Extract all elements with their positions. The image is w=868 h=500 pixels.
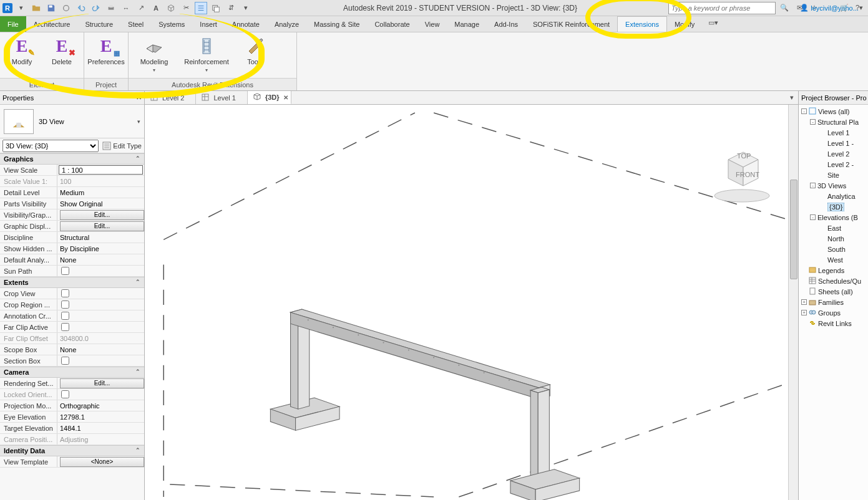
vertical-scrollbar[interactable] [788,105,798,500]
delete-button[interactable]: E✖ Delete [44,35,80,65]
edit-button[interactable]: Edit... [60,210,144,220]
prop-value[interactable]: Adjusting [57,434,144,445]
prop-value[interactable]: Show Original [57,198,144,209]
measure-icon[interactable]: ↔ [120,2,132,14]
view-cube[interactable]: FRONT TOP [711,142,773,204]
undo-icon[interactable] [75,2,87,14]
app-store-icon[interactable]: 🛒 [838,2,851,14]
print-icon[interactable] [105,2,117,14]
prop-value[interactable]: Edit... [57,221,144,231]
tree-node[interactable]: North [799,233,868,244]
checkbox[interactable] [61,323,69,331]
user-account[interactable]: 👤 leycivil@yaho... [823,2,836,14]
tree-node[interactable]: -Structural Pla [799,117,868,127]
type-name[interactable]: 3D View [39,118,64,125]
tree-node[interactable]: +Groups [799,307,868,318]
checkbox[interactable] [61,300,69,309]
tree-expander-icon[interactable]: - [801,108,807,114]
tree-node[interactable]: Legends [799,265,868,276]
tree-node[interactable]: Sheets (all) [799,286,868,297]
dimension-icon[interactable]: ↗ [135,2,147,14]
tab-structure[interactable]: Structure [77,16,120,32]
ribbon-options-icon[interactable]: ▭▾ [707,16,719,29]
switch-windows-icon[interactable]: ⇵ [225,2,237,14]
save-icon[interactable] [45,2,57,14]
section-icon[interactable]: ✂ [180,2,192,14]
drawing-canvas[interactable]: FRONT TOP [145,105,798,500]
tab-file[interactable]: File [0,16,26,32]
tree-node[interactable]: +Families [799,297,868,307]
tree-node[interactable]: Analytica [799,191,868,201]
tree-node[interactable]: Level 1 - [799,138,868,148]
tree-expander-icon[interactable]: - [810,214,816,220]
checkbox[interactable] [61,357,69,365]
tab-insert[interactable]: Insert [192,16,225,32]
view-tab[interactable]: {3D}✕ [248,91,291,104]
tab-annotate[interactable]: Annotate [225,16,267,32]
edit-type-button[interactable]: Edit Type [102,142,142,150]
reinforcement-button[interactable]: Reinforcement▾ [180,35,233,73]
prop-value[interactable]: By Discipline [57,243,144,254]
edit-button[interactable]: Edit... [60,221,144,231]
prop-value[interactable]: 100 [57,176,144,186]
tree-node[interactable]: -3D Views [799,180,868,191]
tab-sofistik-reinforcement[interactable]: SOFiSTiK Reinforcement [525,16,617,32]
3d-icon[interactable] [165,2,177,14]
search-icon[interactable]: 🔍 [778,2,791,14]
tree-expander-icon[interactable]: - [810,183,816,188]
tree-node[interactable]: Revit Links [799,318,868,329]
tree-node[interactable]: South [799,244,868,254]
prop-value[interactable]: <None> [57,456,144,467]
close-inactive-icon[interactable] [210,2,222,14]
prop-category[interactable]: Identity Data⌃ [0,445,144,456]
prop-value[interactable]: Medium [57,187,144,198]
prop-value[interactable]: Orthographic [57,400,144,411]
tab-collaborate[interactable]: Collaborate [367,16,417,32]
prop-value[interactable]: Structural [57,232,144,243]
tree-node[interactable]: Level 1 [799,127,868,138]
tree-node[interactable]: Level 2 - [799,159,868,170]
prop-category[interactable]: Extents⌃ [0,277,144,288]
tree-node[interactable]: Schedules/Qu [799,276,868,286]
sync-icon[interactable] [60,2,72,14]
tab-massing-site[interactable]: Massing & Site [306,16,367,32]
prop-category[interactable]: Graphics⌃ [0,153,144,165]
prop-value[interactable] [57,288,144,299]
tree-expander-icon[interactable]: - [810,119,816,125]
tab-view[interactable]: View [417,16,447,32]
instance-selector[interactable]: 3D View: {3D} [2,140,99,152]
prop-value[interactable]: 12798.1 [57,411,144,422]
tree-node[interactable]: East [799,223,868,233]
tab-manage[interactable]: Manage [447,16,487,32]
tab-architecture[interactable]: Architecture [26,16,78,32]
prop-value[interactable]: None [57,254,144,265]
view-tabs-menu-icon[interactable]: ▾ [786,91,798,103]
prop-value[interactable]: 1484.1 [57,423,144,433]
prop-value[interactable] [57,355,144,366]
app-menu-arrow[interactable]: ▾ [15,2,27,14]
redo-icon[interactable] [90,2,102,14]
checkbox[interactable] [61,390,69,398]
view-tab[interactable]: Level 2 [145,91,196,104]
tab-analyze[interactable]: Analyze [267,16,306,32]
checkbox[interactable] [61,267,69,275]
modify-button[interactable]: E✎ Modify [4,35,40,65]
tab-modify[interactable]: Modify [667,16,702,32]
prop-value[interactable]: 1 : 100 [59,165,143,175]
prop-value[interactable] [57,299,144,310]
type-dropdown-icon[interactable]: ▾ [137,118,140,125]
text-icon[interactable]: A [150,2,162,14]
close-icon[interactable]: ✕ [136,94,142,102]
tab-systems[interactable]: Systems [151,16,192,32]
tree-node[interactable]: -Elevations (B [799,212,868,223]
open-icon[interactable] [30,2,42,14]
prop-value[interactable]: Edit... [57,209,144,220]
qat-customize-icon[interactable]: ▾ [240,2,252,14]
tools-button[interactable]: Tools▾ [237,35,273,73]
checkbox[interactable] [61,289,69,297]
prop-category[interactable]: Camera⌃ [0,367,144,378]
prop-value[interactable]: 304800.0 [57,333,144,344]
prop-value[interactable]: None [57,344,144,355]
tree-node[interactable]: -Views (all) [799,106,868,117]
tree-node[interactable]: {3D} [799,201,868,212]
